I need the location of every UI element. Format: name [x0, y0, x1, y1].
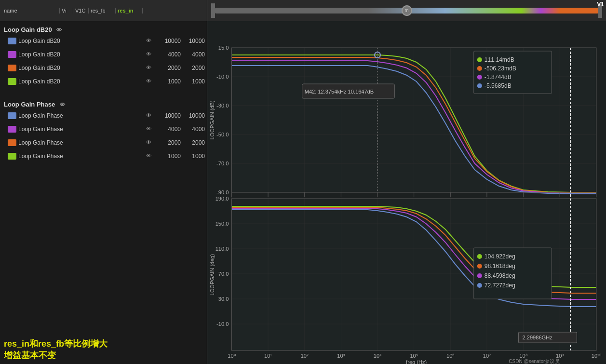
svg-text:-30.0: -30.0	[216, 103, 229, 108]
legend-val1: 4000	[157, 51, 181, 58]
col-name: name	[2, 8, 60, 13]
legend-item-name: Loop Gain dB20	[18, 65, 144, 71]
svg-text:150.0: 150.0	[215, 221, 229, 227]
legend-eye-icon[interactable]: 👁	[146, 51, 155, 58]
annotation-line1: res_in和res_fb等比例增大	[4, 338, 108, 350]
legend-eye-icon[interactable]: 👁	[146, 38, 155, 44]
slider-thumb-label: m	[404, 8, 408, 13]
phase-legend-item: Loop Gain Phase 👁 4000 4000	[0, 122, 207, 136]
legend-val2: 10000	[181, 112, 205, 119]
col-v1c: V1C	[73, 8, 89, 13]
gain-legend-item: Loop Gain dB20 👁 2000 2000	[0, 61, 207, 75]
legend-item-name: Loop Gain dB20	[18, 38, 144, 44]
legend-val2: 2000	[181, 65, 205, 71]
legend-color	[8, 78, 16, 85]
phase-legend-item: Loop Gain Phase 👁 1000 1000	[0, 149, 207, 163]
legend-val1: 2000	[157, 139, 181, 146]
svg-text:10⁵: 10⁵	[410, 353, 417, 359]
svg-text:10³: 10³	[337, 353, 345, 359]
slider-area: m V1	[207, 0, 606, 21]
svg-text:190.0: 190.0	[215, 196, 229, 202]
legend-color	[8, 38, 16, 44]
legend-item-name: Loop Gain dB20	[18, 51, 144, 58]
legend-eye-icon[interactable]: 👁	[146, 65, 155, 71]
phase-legend-item: Loop Gain Phase 👁 2000 2000	[0, 136, 207, 149]
svg-text:freq (Hz): freq (Hz)	[406, 359, 427, 364]
svg-text:-70.0: -70.0	[216, 161, 229, 166]
gain-legend-item: Loop Gain dB20 👁 10000 10000	[0, 34, 207, 48]
phase-section-eye[interactable]: 👁	[60, 102, 65, 108]
gain-section-label: Loop Gain dB20 👁	[0, 23, 207, 34]
phase-section: Loop Gain Phase 👁 Loop Gain Phase 👁 1000…	[0, 98, 207, 163]
legend-item-name: Loop Gain Phase	[18, 139, 144, 146]
svg-text:70.0: 70.0	[218, 271, 229, 277]
svg-text:10⁸: 10⁸	[519, 353, 527, 359]
phase-items: Loop Gain Phase 👁 10000 10000 Loop Gain …	[0, 109, 207, 163]
legend-eye-icon[interactable]: 👁	[146, 139, 155, 146]
svg-text:-5.5685dB: -5.5685dB	[485, 82, 512, 89]
bottom-annotation: res_in和res_fb等比例增大 增益基本不变	[4, 338, 108, 361]
legend-val2: 4000	[181, 126, 205, 133]
svg-point-76	[477, 283, 482, 288]
svg-point-70	[477, 254, 482, 259]
annotation-line2: 增益基本不变	[4, 350, 108, 361]
svg-text:10⁶: 10⁶	[446, 353, 455, 359]
chart-area: 15.0 -10.0 -30.0 -50.0 -70.0 -90.0 190.0…	[207, 21, 606, 364]
svg-point-63	[477, 66, 482, 71]
top-bar: name Vi V1C res_fb res_in m V1	[0, 0, 606, 21]
svg-text:-10.0: -10.0	[216, 321, 229, 327]
legend-eye-icon[interactable]: 👁	[146, 112, 155, 119]
svg-text:CSDN @senator参议员: CSDN @senator参议员	[509, 359, 559, 364]
svg-text:10¹: 10¹	[264, 353, 272, 359]
legend-item-name: Loop Gain dB20	[18, 78, 144, 85]
legend-val1: 1000	[157, 153, 181, 160]
col-vi: Vi	[60, 8, 73, 13]
svg-text:-1.8744dB: -1.8744dB	[485, 74, 512, 81]
svg-point-72	[477, 264, 482, 269]
svg-text:10⁷: 10⁷	[483, 353, 491, 359]
legend-color	[8, 153, 16, 160]
svg-text:10⁹: 10⁹	[556, 353, 564, 359]
svg-text:110.0: 110.0	[215, 246, 229, 252]
gain-items: Loop Gain dB20 👁 10000 10000 Loop Gain d…	[0, 34, 207, 88]
legend-eye-icon[interactable]: 👁	[146, 153, 155, 160]
legend-val1: 10000	[157, 112, 181, 119]
v1-label: V1	[597, 1, 604, 8]
legend-item-name: Loop Gain Phase	[18, 126, 144, 133]
chart-svg: 15.0 -10.0 -30.0 -50.0 -70.0 -90.0 190.0…	[207, 21, 606, 364]
svg-text:2.29986GHz: 2.29986GHz	[523, 335, 553, 340]
svg-point-67	[477, 83, 482, 88]
legend-val1: 2000	[157, 65, 181, 71]
legend-color	[8, 139, 16, 146]
svg-text:30.0: 30.0	[218, 296, 229, 302]
legend-val1: 4000	[157, 126, 181, 133]
col-resfb: res_fb	[89, 8, 116, 13]
legend-eye-icon[interactable]: 👁	[146, 78, 155, 85]
svg-text:10⁰: 10⁰	[228, 353, 236, 359]
legend-item-name: Loop Gain Phase	[18, 112, 144, 119]
svg-point-65	[477, 75, 482, 80]
svg-text:10²: 10²	[301, 353, 309, 359]
svg-text:LOOPGAIN (dB): LOOPGAIN (dB)	[209, 100, 215, 139]
svg-point-61	[477, 57, 482, 62]
gain-legend-item: Loop Gain dB20 👁 1000 1000	[0, 75, 207, 88]
gain-section: Loop Gain dB20 👁 Loop Gain dB20 👁 10000 …	[0, 23, 207, 88]
phase-section-label: Loop Gain Phase 👁	[0, 98, 207, 109]
gain-section-eye[interactable]: 👁	[56, 27, 62, 33]
svg-text:72.7272deg: 72.7272deg	[485, 282, 515, 289]
legend-item-name: Loop Gain Phase	[18, 153, 144, 160]
col-resin: res_in	[116, 8, 143, 13]
svg-text:88.4598deg: 88.4598deg	[485, 272, 515, 279]
legend-val1: 1000	[157, 78, 181, 85]
svg-text:10⁴: 10⁴	[374, 353, 382, 359]
svg-point-74	[477, 273, 482, 278]
svg-text:111.14mdB: 111.14mdB	[485, 56, 514, 63]
legend-val2: 10000	[181, 38, 205, 44]
svg-text:-90.0: -90.0	[216, 189, 229, 195]
column-headers: name Vi V1C res_fb res_in	[0, 0, 207, 21]
legend-eye-icon[interactable]: 👁	[146, 126, 155, 133]
gain-legend-item: Loop Gain dB20 👁 4000 4000	[0, 48, 207, 61]
legend-color	[8, 112, 16, 119]
legend-color	[8, 65, 16, 71]
legend-val1: 10000	[157, 38, 181, 44]
